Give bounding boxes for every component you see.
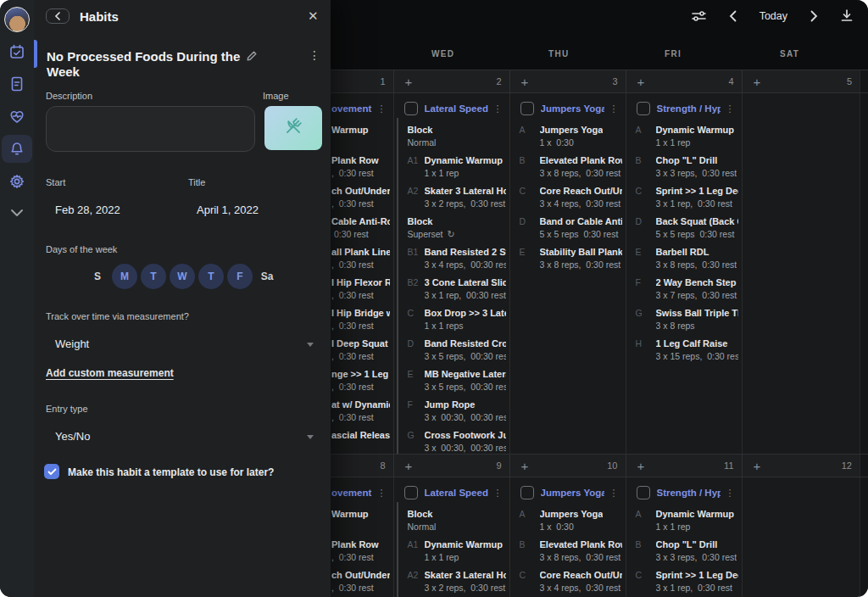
exercise-row[interactable]: Warmup <box>331 124 390 149</box>
exercise-row[interactable]: H1 Leg Calf Raise3 x 15 reps, 0:30 rest <box>636 338 738 363</box>
workout-checkbox[interactable] <box>404 102 418 115</box>
exercise-row[interactable]: CSprint >> 1 Leg Declarations3 x 1 rep, … <box>636 569 738 594</box>
exercise-row[interactable]: l Hip Flexor Rais..., 0:30 rest <box>331 276 390 302</box>
day-chip-w[interactable]: W <box>170 264 195 289</box>
gear-icon[interactable] <box>8 173 25 190</box>
workout-menu-icon[interactable]: ⋮ <box>493 488 503 499</box>
exercise-row[interactable]: F2 Way Bench Step Up3 x 7 reps, 0:30 res… <box>636 276 738 302</box>
exercise-row[interactable]: ADynamic Warmup1 x 1 rep <box>636 124 738 149</box>
template-checkbox[interactable] <box>44 464 59 479</box>
description-input[interactable] <box>46 106 255 152</box>
add-workout-button[interactable]: + <box>521 75 529 88</box>
bell-icon[interactable] <box>8 141 25 158</box>
exercise-detail: 3 x 1 rep, 00:30 rest <box>425 289 506 302</box>
exercise-row[interactable]: l Deep Squat Mo..., 0:30 rest <box>331 338 390 363</box>
day-chip-m[interactable]: M <box>112 264 137 289</box>
exercise-row[interactable]: Cable Anti-Rotati... 0:30 rest <box>331 215 390 241</box>
exercise-row[interactable]: Plank Row, 0:30 rest <box>331 538 390 564</box>
exercise-row[interactable]: EMB Negative Lateral Hop...3 x 5 reps, 0… <box>408 368 506 393</box>
exercise-row[interactable]: nge >> 1 Leg St..., 0:30 rest <box>331 368 390 393</box>
workout-checkbox[interactable] <box>404 486 418 499</box>
habit-menu-icon[interactable]: ⋮ <box>309 48 320 62</box>
workout-checkbox[interactable] <box>520 102 534 115</box>
heart-pulse-icon[interactable] <box>8 108 25 125</box>
exercise-row[interactable]: BElevated Plank Row3 x 8 reps, 0:30 rest <box>520 538 622 564</box>
workout-checkbox[interactable] <box>520 486 534 499</box>
exercise-row[interactable]: CSprint >> 1 Leg Declarations3 x 1 rep, … <box>636 185 738 210</box>
exercise-row[interactable]: A1Dynamic Warmup1 x 1 rep <box>408 538 506 564</box>
exercise-row[interactable]: DBand Resisted Crossover...3 x 5 reps, 0… <box>408 338 506 363</box>
measurement-select[interactable]: Weight <box>55 338 89 350</box>
workout-menu-icon[interactable]: ⋮ <box>377 488 387 499</box>
add-workout-button[interactable]: + <box>637 460 645 472</box>
exercise-row[interactable]: at w/ Dynamic P..., 0:30 rest <box>331 399 390 424</box>
back-button[interactable] <box>46 8 70 24</box>
workout-checkbox[interactable] <box>637 486 650 499</box>
exercise-row[interactable]: FJump Rope3 x 00:30, 00:30 rest <box>408 399 506 424</box>
exercise-row[interactable]: l Hip Bridge w/ ..., 0:30 rest <box>331 307 390 332</box>
entry-type-select[interactable]: Yes/No <box>55 430 90 443</box>
day-chip-f[interactable]: F <box>227 264 253 289</box>
exercise-row[interactable]: CBox Drop >> 3 Lateral H...1 x 1 reps <box>408 307 506 332</box>
exercise-row[interactable]: AJumpers Yoga1 x 0:30 <box>520 124 622 149</box>
exercise-row[interactable]: B23 Cone Lateral Slide3 x 1 rep, 00:30 r… <box>408 276 506 302</box>
workout-menu-icon[interactable]: ⋮ <box>609 103 619 114</box>
workout-menu-icon[interactable]: ⋮ <box>609 488 619 499</box>
document-icon[interactable] <box>8 75 25 92</box>
day-chip-t[interactable]: T <box>198 264 224 289</box>
chevron-down-icon[interactable] <box>8 208 25 225</box>
exercise-row[interactable]: BChop "L" Drill3 x 3 reps, 0:30 rest <box>636 154 738 180</box>
close-icon[interactable]: ✕ <box>308 8 319 24</box>
exercise-row[interactable]: GCross Footwork Jump Rope3 x 00:30, 00:3… <box>408 429 506 454</box>
exercise-row[interactable]: ch Out/Under, 0:30 rest <box>331 569 390 594</box>
exercise-row[interactable]: EBarbell RDL3 x 8 reps, 0:30 rest <box>636 246 738 271</box>
exercise-row[interactable]: ch Out/Under, 0:30 rest <box>331 185 390 210</box>
exercise-row[interactable]: Plank Row, 0:30 rest <box>331 154 390 180</box>
exercise-row[interactable]: DBand or Cable Anti Rotati...5 x 5 reps … <box>520 215 622 241</box>
workout-menu-icon[interactable]: ⋮ <box>726 103 735 114</box>
habit-image[interactable] <box>264 106 322 150</box>
add-custom-measurement-link[interactable]: Add custom measurement <box>46 367 174 379</box>
exercise-row[interactable]: B1Band Resisted 2 Step Late...3 x 4 reps… <box>408 246 506 271</box>
calendar-check-icon[interactable] <box>8 43 25 60</box>
exercise-row[interactable]: EStability Ball Plank Linear ...3 x 8 re… <box>520 246 622 271</box>
workout-menu-icon[interactable]: ⋮ <box>377 103 387 114</box>
add-workout-button[interactable]: + <box>754 460 761 472</box>
exercise-row[interactable]: CCore Reach Out/Under3 x 4 reps, 0:30 re… <box>520 185 622 210</box>
exercise-row[interactable]: A2Skater 3 Lateral Hops >> ...3 x 2 reps… <box>408 185 506 210</box>
exercise-row[interactable]: ADynamic Warmup1 x 1 rep <box>636 508 738 533</box>
start-date-value[interactable]: Feb 28, 2022 <box>55 204 120 216</box>
workout-checkbox[interactable] <box>637 102 650 115</box>
prev-week-button[interactable] <box>729 10 737 22</box>
exercise-row[interactable]: BElevated Plank Row3 x 8 reps, 0:30 rest <box>520 154 622 180</box>
exercise-row[interactable]: GSwiss Ball Triple Threat3 x 8 reps <box>636 307 738 332</box>
day-cell: +12 <box>742 455 860 477</box>
exercise-row[interactable]: AJumpers Yoga1 x 0:30 <box>520 508 622 533</box>
add-workout-button[interactable]: + <box>405 460 413 472</box>
add-workout-button[interactable]: + <box>637 75 645 88</box>
exercise-row[interactable]: CCore Reach Out/Under3 x 4 reps, 0:30 re… <box>520 569 622 594</box>
exercise-row[interactable]: A1Dynamic Warmup1 x 1 rep <box>408 154 506 180</box>
day-chip-t[interactable]: T <box>141 264 166 289</box>
exercise-name: Plank Row <box>331 538 379 551</box>
today-button[interactable]: Today <box>760 10 787 22</box>
exercise-row[interactable]: DBack Squat (Back Off Set)5 x 5 reps 0:3… <box>636 215 738 241</box>
filter-sliders-icon[interactable] <box>692 10 706 22</box>
add-workout-button[interactable]: + <box>405 75 413 88</box>
workout-menu-icon[interactable]: ⋮ <box>493 103 503 114</box>
exercise-row[interactable]: BChop "L" Drill3 x 3 reps, 0:30 rest <box>636 538 738 564</box>
exercise-row[interactable]: ascial Release C... <box>331 429 390 454</box>
workout-menu-icon[interactable]: ⋮ <box>726 488 735 499</box>
add-workout-button[interactable]: + <box>521 460 529 472</box>
day-chip-s[interactable]: S <box>86 264 108 289</box>
exercise-row[interactable]: all Plank Linear ..., 0:30 rest <box>331 246 390 271</box>
next-week-button[interactable] <box>810 10 818 22</box>
exercise-row[interactable]: A2Skater 3 Lateral Hops >> ...3 x 2 reps… <box>408 569 506 594</box>
exercise-row[interactable]: Warmup <box>331 508 390 533</box>
add-workout-button[interactable]: + <box>754 75 761 88</box>
download-icon[interactable] <box>841 9 853 22</box>
edit-pencil-icon[interactable] <box>246 50 258 65</box>
avatar[interactable] <box>4 7 30 32</box>
end-date-value[interactable]: April 1, 2022 <box>197 204 259 216</box>
day-chip-sa[interactable]: Sa <box>256 264 278 289</box>
